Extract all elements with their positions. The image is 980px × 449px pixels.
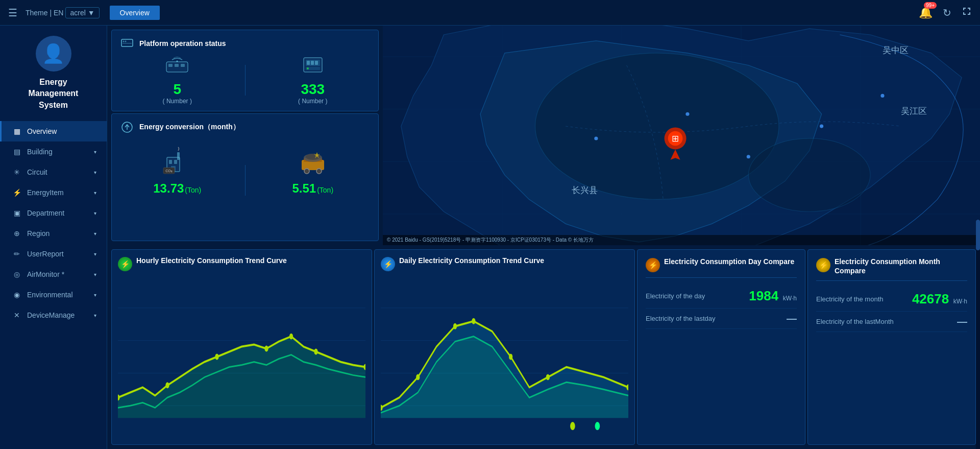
- sidebar-label-overview: Overview: [27, 127, 96, 135]
- svg-point-40: [748, 138, 870, 211]
- electricity-month-unit: kW·h: [953, 298, 967, 305]
- hourly-chart-title: Hourly Electricity Consumption Trend Cur…: [136, 256, 287, 265]
- daily-chart-panel: ⚡ Daily Electricity Consumption Trend Cu…: [374, 249, 635, 445]
- hourly-chart-panel: ⚡ Hourly Electricity Consumption Trend C…: [111, 249, 372, 445]
- electricity-month-value: 42678: [912, 291, 949, 306]
- sidebar-label-environmental: Environmental: [27, 291, 94, 299]
- energy-conversion-content: CO₂ 13.73 (Ton): [120, 139, 370, 196]
- svg-point-79: [595, 422, 600, 430]
- svg-point-62: [215, 354, 218, 360]
- gateway-icon: [164, 56, 190, 78]
- energy-conversion-icon: [120, 120, 134, 134]
- day-compare-icon: ⚡: [646, 258, 660, 272]
- svg-rect-12: [311, 61, 314, 65]
- sidebar-label-airmonitor: AirMonitor *: [27, 270, 94, 278]
- electricity-lastday-label: Electricity of the lastday: [646, 315, 716, 322]
- month-compare-header: ⚡ Electricity Consumption Month Compare: [816, 257, 967, 281]
- sidebar-item-energyitem[interactable]: ⚡ EnergyItem ▾: [0, 182, 107, 203]
- stat-divider: [245, 65, 246, 96]
- svg-text:长兴县: 长兴县: [572, 185, 598, 195]
- theme-label: Theme | EN: [26, 9, 63, 17]
- electricity-lastday-row: Electricity of the lastday —: [646, 309, 797, 329]
- svg-point-39: [535, 53, 779, 200]
- hamburger-menu[interactable]: ☰: [8, 7, 17, 19]
- airmonitor-icon: ◎: [12, 269, 22, 279]
- device1-unit: ( Number ): [163, 98, 192, 105]
- day-compare-header: ⚡ Electricity Consumption Day Compare: [646, 257, 797, 278]
- platform-status-icon: [120, 36, 134, 51]
- sidebar-item-userreport[interactable]: ✏ UserReport ▾: [0, 244, 107, 264]
- electricity-lastmonth-value: —: [957, 316, 967, 327]
- acrel-dropdown[interactable]: acrel ▼: [65, 7, 99, 18]
- electricity-month-label: Electricity of the month: [816, 295, 884, 303]
- co2-stat: CO₂ 13.73 (Ton): [120, 145, 235, 196]
- chevron-down-icon: ▾: [94, 149, 96, 155]
- avatar: 👤: [36, 36, 71, 72]
- gateway-stat: 5 ( Number ): [120, 56, 235, 105]
- main-layout: 👤 EnergyManagementSystem ▦ Overview ▤ Bu…: [0, 26, 980, 449]
- electricity-lastmonth-label: Electricity of the lastMonth: [816, 318, 894, 325]
- day-compare-panel: ⚡ Electricity Consumption Day Compare El…: [637, 249, 805, 445]
- meter-stat: 333 ( Number ): [256, 56, 371, 105]
- chevron-down-icon: ▾: [94, 231, 96, 237]
- sidebar-item-environmental[interactable]: ◉ Environmental ▾: [0, 285, 107, 305]
- svg-rect-18: [169, 160, 172, 164]
- sidebar-label-devicemanage: DeviceManage: [27, 311, 94, 319]
- chevron-down-icon: ▾: [94, 210, 96, 216]
- svg-text:⊞: ⊞: [672, 134, 679, 144]
- energy-conversion-header: Energy conversion（month）: [120, 120, 370, 134]
- platform-status-panel: Platform operation status: [111, 30, 379, 111]
- department-icon: ▣: [12, 208, 22, 218]
- chevron-down-icon: ▾: [94, 272, 96, 277]
- sidebar-item-airmonitor[interactable]: ◎ AirMonitor * ▾: [0, 264, 107, 285]
- month-compare-title: Electricity Consumption Month Compare: [835, 257, 967, 275]
- svg-point-1: [123, 41, 125, 42]
- sidebar-item-department[interactable]: ▣ Department ▾: [0, 203, 107, 223]
- sidebar-item-circuit[interactable]: ✳ Circuit ▾: [0, 162, 107, 182]
- svg-point-75: [509, 354, 512, 360]
- electricity-day-row: Electricity of the day 1984 kW·h: [646, 284, 797, 309]
- sidebar-item-overview[interactable]: ▦ Overview: [0, 121, 107, 141]
- day-compare-title: Electricity Consumption Day Compare: [664, 257, 794, 266]
- fullscreen-button[interactable]: [962, 6, 972, 19]
- co2-icon: CO₂: [162, 145, 192, 177]
- sidebar-item-building[interactable]: ▤ Building ▾: [0, 141, 107, 162]
- month-compare-icon: ⚡: [816, 258, 830, 272]
- devicemanage-icon: ✕: [12, 310, 22, 320]
- device1-value: 5: [173, 81, 181, 98]
- content-area: Platform operation status: [107, 26, 980, 449]
- electricity-day-value: 1984: [749, 288, 778, 303]
- svg-point-44: [820, 125, 823, 128]
- svg-point-73: [453, 323, 457, 329]
- co2-value: 13.73: [153, 181, 184, 196]
- bottom-row: ⚡ Hourly Electricity Consumption Trend C…: [107, 245, 980, 449]
- map-area: 吴中区 吴江区 长兴县 ⊞ Bai du: [383, 26, 980, 245]
- overview-icon: ▦: [12, 126, 22, 136]
- scrollbar-thumb[interactable]: [976, 220, 980, 250]
- chevron-down-icon: ▾: [94, 292, 96, 298]
- energy-divider: [245, 165, 246, 196]
- overview-button[interactable]: Overview: [110, 6, 160, 20]
- scrollbar[interactable]: [976, 220, 980, 449]
- circuit-icon: ✳: [12, 167, 22, 177]
- refresh-button[interactable]: ↻: [943, 7, 951, 19]
- sidebar-item-region[interactable]: ⊕ Region ▾: [0, 223, 107, 244]
- notification-badge: 99+: [924, 2, 937, 9]
- svg-point-63: [264, 346, 268, 352]
- sidebar-label-building: Building: [27, 148, 94, 156]
- sidebar-label-department: Department: [27, 209, 94, 217]
- sidebar-label-region: Region: [27, 229, 94, 238]
- left-panels: Platform operation status: [107, 26, 383, 245]
- chevron-down-icon: ▾: [94, 170, 96, 175]
- svg-point-65: [314, 349, 317, 355]
- co2-unit: (Ton): [185, 186, 201, 194]
- svg-point-78: [570, 422, 575, 430]
- device2-value: 333: [301, 81, 325, 98]
- platform-status-title: Platform operation status: [139, 39, 226, 48]
- svg-point-43: [747, 155, 750, 158]
- sidebar-item-devicemanage[interactable]: ✕ DeviceManage ▾: [0, 305, 107, 325]
- notification-button[interactable]: 🔔 99+: [919, 6, 933, 19]
- environmental-icon: ◉: [12, 290, 22, 300]
- sidebar-label-circuit: Circuit: [27, 168, 94, 176]
- system-title: EnergyManagementSystem: [29, 77, 79, 111]
